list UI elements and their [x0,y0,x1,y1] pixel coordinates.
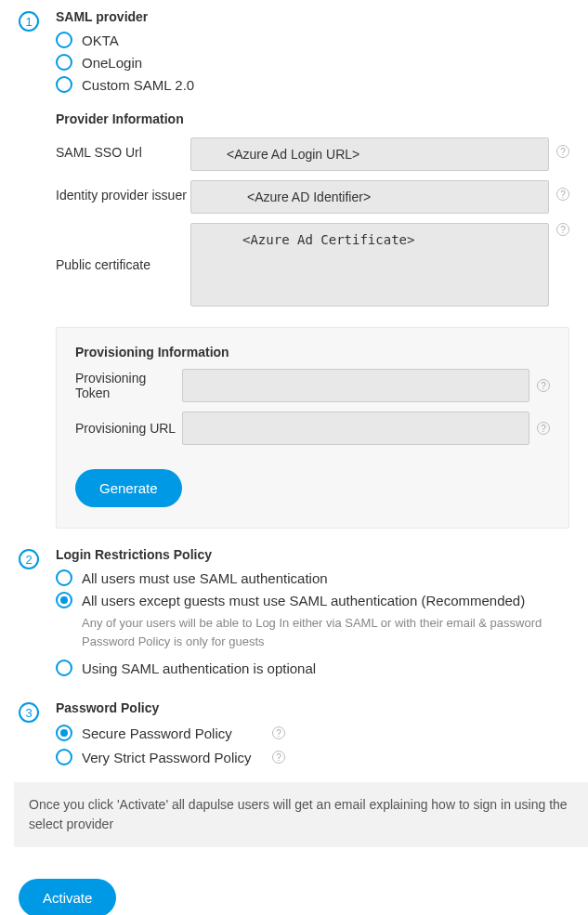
step1-body: SAML provider OKTA OneLogin Custom SAML … [56,9,569,529]
radio-strict-policy-row: Very Strict Password Policy ? [56,747,569,767]
step3-body: Password Policy Secure Password Policy ?… [56,700,569,771]
provider-info-title: Provider Information [56,111,569,126]
prov-url-label: Provisioning URL [75,421,182,436]
sso-url-input[interactable] [190,137,549,171]
cert-row: Public certificate <Azure Ad Certificate… [56,223,569,307]
activate-info-box: Once you click 'Activate' all dapulse us… [14,782,588,847]
radio-icon [56,749,72,765]
step-password-policy: 3 Password Policy Secure Password Policy… [19,700,569,771]
step-login-restrictions: 2 Login Restrictions Policy All users mu… [19,547,569,682]
radio-secure-policy[interactable]: Secure Password Policy [56,725,265,741]
radio-onelogin-label: OneLogin [82,55,142,71]
help-icon[interactable]: ? [537,422,550,435]
radio-all-users-label: All users must use SAML authentication [82,570,328,586]
radio-strict-policy[interactable]: Very Strict Password Policy [56,749,265,765]
radio-optional[interactable]: Using SAML authentication is optional [56,660,569,676]
provisioning-title: Provisioning Information [75,345,550,359]
issuer-label: Identity provider issuer [56,180,190,203]
radio-okta[interactable]: OKTA [56,32,569,48]
issuer-input[interactable] [190,180,549,214]
help-icon[interactable]: ? [272,726,285,739]
radio-secure-policy-row: Secure Password Policy ? [56,723,569,743]
activate-wrap: Activate [19,864,569,915]
radio-except-guests-label: All users except guests must use SAML au… [82,593,525,608]
radio-custom-saml-label: Custom SAML 2.0 [82,77,194,93]
generate-button[interactable]: Generate [75,469,182,507]
radio-okta-label: OKTA [82,33,119,48]
radio-optional-label: Using SAML authentication is optional [82,660,316,676]
radio-custom-saml[interactable]: Custom SAML 2.0 [56,76,569,93]
prov-token-input[interactable] [182,369,529,402]
radio-icon [56,569,72,586]
radio-icon [56,76,72,93]
step-number-1: 1 [19,11,39,32]
issuer-row: Identity provider issuer ? [56,180,569,214]
sso-url-row: SAML SSO Url ? [56,137,569,171]
help-icon[interactable]: ? [556,188,569,201]
radio-onelogin[interactable]: OneLogin [56,54,569,71]
cert-input[interactable]: <Azure Ad Certificate> [190,223,549,307]
except-guests-hint: Any of your users will be able to Log In… [82,614,569,650]
cert-label: Public certificate [56,257,190,272]
help-icon[interactable]: ? [556,145,569,158]
step3-title: Password Policy [56,700,569,715]
radio-icon [56,54,72,71]
radio-icon [56,725,72,741]
prov-url-row: Provisioning URL ? [75,412,550,445]
radio-except-guests[interactable]: All users except guests must use SAML au… [56,592,569,608]
radio-icon [56,32,72,48]
step-number-2: 2 [19,549,39,569]
help-icon[interactable]: ? [537,379,550,392]
step2-body: Login Restrictions Policy All users must… [56,547,569,682]
radio-strict-policy-label: Very Strict Password Policy [82,750,252,765]
provisioning-box: Provisioning Information Provisioning To… [56,327,569,529]
prov-token-row: Provisioning Token ? [75,369,550,402]
step1-title: SAML provider [56,9,569,24]
prov-token-label: Provisioning Token [75,371,182,400]
step2-title: Login Restrictions Policy [56,547,569,562]
radio-all-users[interactable]: All users must use SAML authentication [56,569,569,586]
step-number-3: 3 [19,702,39,723]
radio-icon [56,660,72,676]
hint-line-2: Password Policy is only for guests [82,633,569,651]
activate-button[interactable]: Activate [19,879,116,915]
radio-icon [56,592,72,608]
step-saml-provider: 1 SAML provider OKTA OneLogin Custom SAM… [19,9,569,529]
radio-secure-policy-label: Secure Password Policy [82,725,232,741]
sso-url-label: SAML SSO Url [56,137,190,160]
help-icon[interactable]: ? [556,223,569,236]
hint-line-1: Any of your users will be able to Log In… [82,614,569,633]
prov-url-input[interactable] [182,412,529,445]
help-icon[interactable]: ? [272,751,285,764]
